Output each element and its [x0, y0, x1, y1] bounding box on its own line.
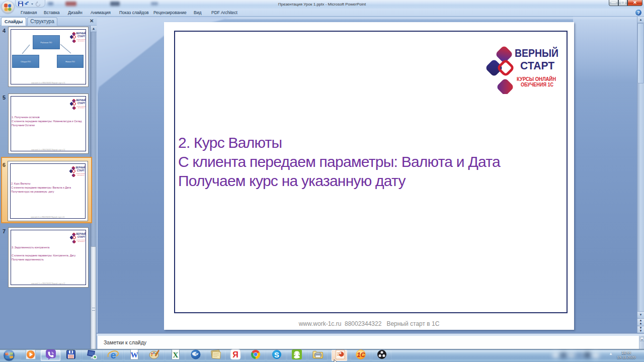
svg-text:1С: 1С — [357, 351, 365, 358]
svg-text:X: X — [173, 351, 178, 359]
svg-text:W: W — [130, 351, 138, 359]
svg-text:Я: Я — [232, 350, 238, 359]
svg-text:S: S — [274, 350, 279, 359]
